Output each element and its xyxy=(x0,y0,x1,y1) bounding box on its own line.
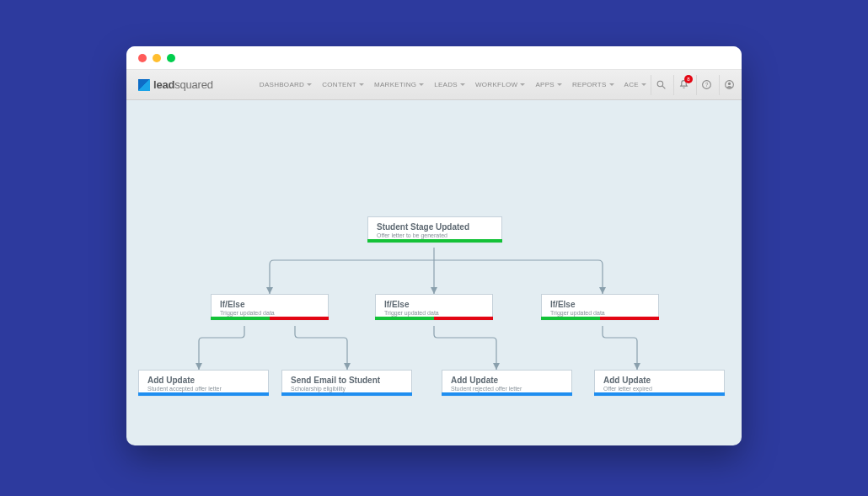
workflow-node-ifelse[interactable]: If/Else Trigger updated data xyxy=(541,294,659,320)
nav-right: 8 ? xyxy=(651,75,739,95)
svg-point-6 xyxy=(728,83,731,85)
node-subtitle: Student accepted offer letter xyxy=(147,386,260,392)
help-icon: ? xyxy=(701,79,712,90)
node-subtitle: Scholarship eligibility xyxy=(291,386,403,392)
svg-marker-12 xyxy=(493,363,500,370)
search-icon xyxy=(656,79,667,90)
node-subtitle: Trigger updated data xyxy=(384,310,484,316)
chevron-down-icon xyxy=(557,83,562,86)
node-subtitle: Trigger updated data xyxy=(550,310,650,316)
app-window: leadsquared DASHBOARD CONTENT MARKETING … xyxy=(126,46,742,445)
svg-marker-8 xyxy=(431,287,437,294)
workflow-canvas[interactable]: Student Stage Updated Offer letter to be… xyxy=(126,100,742,445)
nav-dashboard[interactable]: DASHBOARD xyxy=(255,77,316,92)
node-subtitle: Trigger updated data xyxy=(220,310,319,316)
svg-marker-7 xyxy=(266,287,273,294)
nav-items: DASHBOARD CONTENT MARKETING LEADS WORKFL… xyxy=(255,77,651,92)
user-icon xyxy=(724,79,735,90)
notifications-button[interactable]: 8 xyxy=(673,75,694,95)
nav-workflow[interactable]: WORKFLOW xyxy=(471,77,529,92)
node-subtitle: Student rejected offer letter xyxy=(451,386,563,392)
workflow-node-ifelse[interactable]: If/Else Trigger updated data xyxy=(375,294,493,320)
nav-content[interactable]: CONTENT xyxy=(318,77,368,92)
svg-marker-13 xyxy=(634,363,640,370)
svg-marker-11 xyxy=(344,363,351,370)
nav-ace[interactable]: ACE xyxy=(620,77,651,92)
svg-text:?: ? xyxy=(705,82,709,88)
minimize-dot[interactable] xyxy=(153,54,161,62)
workflow-node-trigger[interactable]: Student Stage Updated Offer letter to be… xyxy=(367,216,502,243)
chevron-down-icon xyxy=(609,83,614,86)
notification-badge: 8 xyxy=(684,75,693,83)
search-button[interactable] xyxy=(651,75,671,95)
maximize-dot[interactable] xyxy=(167,54,175,62)
svg-point-0 xyxy=(657,81,663,87)
help-button[interactable]: ? xyxy=(696,75,716,95)
svg-marker-9 xyxy=(599,287,606,294)
workflow-node-action[interactable]: Add Update Offer letter expired xyxy=(594,370,725,396)
node-title: If/Else xyxy=(550,300,650,309)
chevron-down-icon xyxy=(641,83,646,86)
logo-text: leadsquared xyxy=(153,78,213,91)
chevron-down-icon xyxy=(460,83,465,86)
node-title: If/Else xyxy=(384,300,484,309)
node-subtitle: Offer letter expired xyxy=(603,386,715,392)
workflow-node-ifelse[interactable]: If/Else Trigger updated data xyxy=(211,294,329,320)
node-title: Add Update xyxy=(451,376,563,385)
node-title: Add Update xyxy=(603,376,715,385)
profile-button[interactable] xyxy=(719,75,739,95)
workflow-node-action[interactable]: Send Email to Student Scholarship eligib… xyxy=(281,370,412,396)
node-subtitle: Offer letter to be generated xyxy=(377,232,493,238)
nav-marketing[interactable]: MARKETING xyxy=(370,77,428,92)
node-title: Student Stage Updated xyxy=(377,222,493,232)
workflow-node-action[interactable]: Add Update Student rejected offer letter xyxy=(442,370,572,396)
node-title: Add Update xyxy=(147,376,260,385)
top-nav: leadsquared DASHBOARD CONTENT MARKETING … xyxy=(126,70,742,100)
svg-marker-10 xyxy=(196,363,202,370)
chevron-down-icon xyxy=(419,83,424,86)
svg-line-1 xyxy=(662,86,665,88)
logo[interactable]: leadsquared xyxy=(138,78,213,91)
nav-reports[interactable]: REPORTS xyxy=(568,77,619,92)
node-title: Send Email to Student xyxy=(291,376,403,385)
nav-leads[interactable]: LEADS xyxy=(430,77,469,92)
chevron-down-icon xyxy=(520,83,525,86)
workflow-node-action[interactable]: Add Update Student accepted offer letter xyxy=(138,370,269,396)
node-title: If/Else xyxy=(220,300,319,309)
logo-mark-icon xyxy=(138,79,150,91)
chevron-down-icon xyxy=(359,83,364,86)
window-titlebar xyxy=(126,46,742,70)
chevron-down-icon xyxy=(307,83,312,86)
close-dot[interactable] xyxy=(138,54,147,62)
nav-apps[interactable]: APPS xyxy=(531,77,566,92)
